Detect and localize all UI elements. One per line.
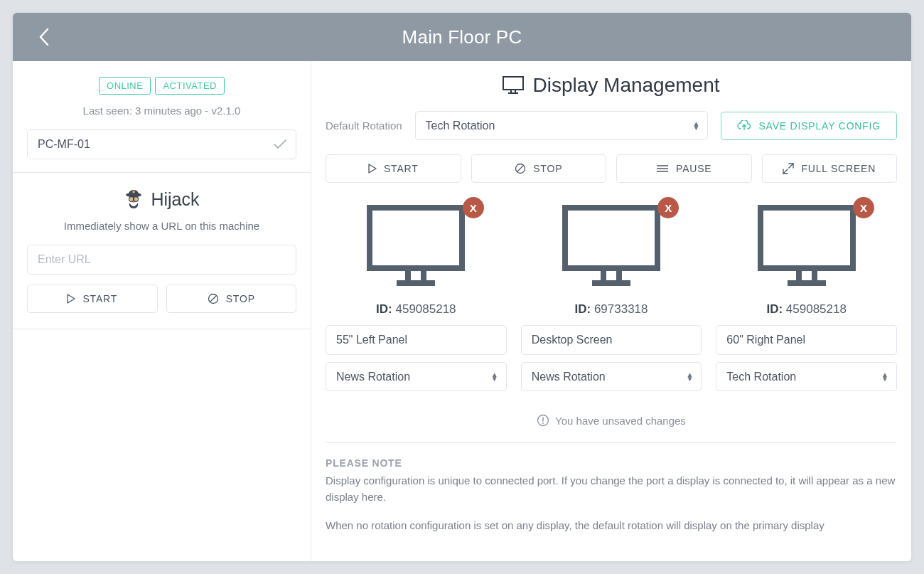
display-id: ID: 459085218 <box>326 302 507 317</box>
monitor-icon <box>753 204 860 289</box>
svg-line-18 <box>789 164 793 168</box>
displays-row: X ID: 459085218 News Rotation ▲▼ X ID: 6… <box>326 204 897 398</box>
svg-rect-20 <box>370 208 462 268</box>
svg-line-19 <box>783 169 788 174</box>
cloud-upload-icon <box>737 120 751 132</box>
svg-line-14 <box>517 166 524 172</box>
titlebar: Main Floor PC <box>13 13 911 61</box>
svg-marker-4 <box>68 294 75 303</box>
svg-rect-28 <box>761 208 853 268</box>
hijack-title: Hijack <box>151 189 199 210</box>
unsaved-text: You have unsaved changes <box>555 415 686 427</box>
display-card: X ID: 459085218 News Rotation ▲▼ <box>326 204 507 398</box>
prohibit-icon <box>208 293 219 304</box>
status-block: ONLINE ACTIVATED Last seen: 3 minutes ag… <box>13 61 311 173</box>
fullscreen-label: FULL SCREEN <box>801 163 876 174</box>
remove-display-button[interactable]: X <box>853 197 874 218</box>
remove-display-button[interactable]: X <box>463 197 484 218</box>
hijack-url-input[interactable] <box>27 245 296 275</box>
display-rotation-select[interactable]: News Rotation <box>326 362 507 391</box>
back-button[interactable] <box>37 26 51 48</box>
svg-rect-27 <box>592 280 630 286</box>
save-config-label: SAVE DISPLAY CONFIG <box>758 120 881 132</box>
svg-line-6 <box>210 296 216 302</box>
main-panel: Display Management Default Rotation Tech… <box>311 61 911 561</box>
hijack-description: Immediately show a URL on this machine <box>27 220 296 232</box>
note-heading: PLEASE NOTE <box>326 457 897 469</box>
display-name-input[interactable] <box>326 325 507 355</box>
last-seen-text: Last seen: 3 minutes ago - v2.1.0 <box>27 105 296 117</box>
unsaved-warning: You have unsaved changes <box>326 414 897 427</box>
note-text-1: Display configuration is unique to conne… <box>326 473 897 505</box>
svg-rect-24 <box>565 208 657 268</box>
svg-rect-31 <box>788 280 826 286</box>
monitor-icon <box>362 204 469 289</box>
pause-button[interactable]: PAUSE <box>616 154 752 183</box>
page-title: Main Floor PC <box>13 26 911 48</box>
display-name-input[interactable] <box>716 325 897 355</box>
svg-marker-12 <box>369 164 376 173</box>
play-icon <box>67 294 75 304</box>
display-id: ID: 69733318 <box>521 302 702 317</box>
online-badge: ONLINE <box>99 77 151 95</box>
pause-lines-icon <box>656 164 669 173</box>
svg-rect-23 <box>397 280 435 286</box>
hijack-block: Hijack Immediately show a URL on this ma… <box>13 173 311 329</box>
pause-label: PAUSE <box>676 163 711 174</box>
default-rotation-select[interactable]: Tech Rotation <box>415 111 709 140</box>
device-name-input[interactable] <box>27 129 296 159</box>
default-rotation-label: Default Rotation <box>326 119 402 132</box>
display-card: X ID: 459085218 Tech Rotation ▲▼ <box>716 204 897 398</box>
monitor-icon <box>558 204 665 289</box>
hijack-stop-button[interactable]: STOP <box>166 285 297 313</box>
start-button[interactable]: START <box>326 154 461 183</box>
prohibit-icon <box>515 163 526 174</box>
hijack-start-label: START <box>82 293 117 304</box>
remove-display-button[interactable]: X <box>657 197 679 218</box>
warning-icon <box>537 414 549 427</box>
chevron-left-icon <box>37 26 51 48</box>
stop-button[interactable]: STOP <box>471 154 607 183</box>
hijack-stop-label: STOP <box>226 293 255 304</box>
svg-rect-1 <box>133 191 135 193</box>
start-label: START <box>384 163 419 174</box>
svg-point-34 <box>542 422 544 424</box>
fullscreen-button[interactable]: FULL SCREEN <box>762 154 898 183</box>
stop-label: STOP <box>533 163 562 174</box>
play-icon <box>368 164 377 174</box>
svg-rect-7 <box>503 77 523 90</box>
display-id: ID: 459085218 <box>716 302 897 317</box>
sidebar: ONLINE ACTIVATED Last seen: 3 minutes ag… <box>13 61 311 561</box>
display-rotation-select[interactable]: Tech Rotation <box>716 362 897 391</box>
activated-badge: ACTIVATED <box>155 77 225 95</box>
main-title: Display Management <box>532 74 719 97</box>
display-rotation-select[interactable]: News Rotation <box>521 362 702 391</box>
display-name-input[interactable] <box>521 325 702 355</box>
divider <box>326 442 897 443</box>
display-card: X ID: 69733318 News Rotation ▲▼ <box>521 204 702 398</box>
monitor-icon <box>503 76 524 95</box>
hijack-start-button[interactable]: START <box>27 285 158 313</box>
save-config-button[interactable]: SAVE DISPLAY CONFIG <box>721 112 897 140</box>
app-window: Main Floor PC ONLINE ACTIVATED Last seen… <box>13 13 911 561</box>
expand-icon <box>783 163 794 174</box>
note-text-2: When no rotation configuration is set on… <box>326 518 897 534</box>
spy-icon <box>124 188 144 210</box>
